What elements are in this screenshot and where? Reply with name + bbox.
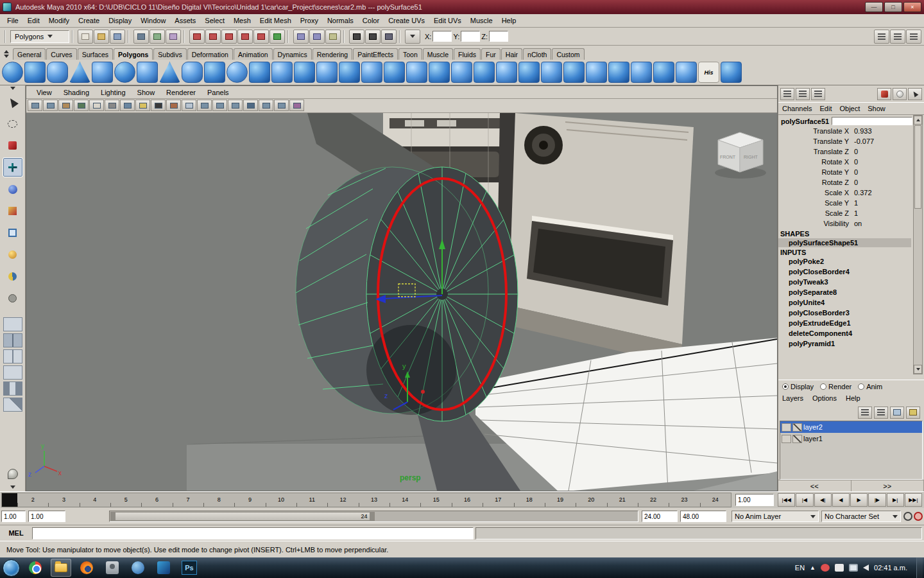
shelf-tab-surfaces[interactable]: Surfaces: [78, 48, 113, 60]
layer-name[interactable]: layer2: [803, 423, 823, 431]
poly-sphere-icon[interactable]: [2, 62, 23, 83]
mel-command-input[interactable]: [32, 527, 474, 539]
step-back-frame-button[interactable]: |◀: [796, 493, 813, 507]
snap-point-icon[interactable]: [221, 30, 237, 44]
anim-radio[interactable]: Anim: [858, 383, 882, 390]
mirror-geometry-icon[interactable]: [518, 62, 540, 83]
input-node-item[interactable]: polyPoke2: [778, 257, 924, 267]
hammer-icon[interactable]: [877, 88, 891, 100]
options-menu[interactable]: Options: [812, 394, 837, 402]
toggle-attribute-editor-icon[interactable]: [874, 30, 889, 44]
menu-assets[interactable]: Assets: [170, 15, 200, 26]
shelf-tab-fur[interactable]: Fur: [481, 48, 501, 60]
shelf-tab-painteffects[interactable]: PaintEffects: [353, 48, 398, 60]
file-new-icon[interactable]: [78, 30, 93, 44]
render-settings-icon[interactable]: [381, 30, 397, 44]
wireframe-icon[interactable]: [89, 100, 104, 111]
cb-menu-channels[interactable]: Channels: [782, 105, 812, 112]
grid-icon[interactable]: [197, 100, 212, 111]
set-key-icon[interactable]: [903, 512, 912, 521]
frame-tick[interactable]: 15: [420, 493, 451, 507]
input-node-item[interactable]: polySeparate8: [778, 288, 924, 298]
poly-pipe-icon[interactable]: [182, 62, 203, 83]
shelf-tab-general[interactable]: General: [13, 48, 46, 60]
group-separator[interactable]: [4, 30, 8, 43]
shelf-tab-rendering[interactable]: Rendering: [312, 48, 352, 60]
taskbar-chrome-icon[interactable]: [25, 559, 46, 577]
poly-cone-icon[interactable]: [69, 62, 90, 83]
combine-icon[interactable]: [271, 62, 293, 83]
booleans-union-icon[interactable]: [339, 62, 360, 83]
step-forward-key-button[interactable]: |▶: [868, 493, 886, 507]
current-frame-marker[interactable]: [2, 493, 17, 507]
extrude-icon[interactable]: [541, 62, 562, 83]
shelf-tab-animation[interactable]: Animation: [234, 48, 273, 60]
render-radio[interactable]: Render: [820, 383, 851, 390]
show-manipulator-button[interactable]: [3, 267, 23, 286]
display-radio[interactable]: Display: [782, 383, 814, 390]
frame-ruler[interactable]: 2 3 4 5 6 7 8 9 10 11 12 13 14 15 16 17 …: [1, 493, 732, 507]
shelf-tab-fluids[interactable]: Fluids: [454, 48, 481, 60]
paint-select-tool-button[interactable]: [3, 136, 23, 155]
ipr-render-icon[interactable]: [365, 30, 381, 44]
layout-two-pane-stacked-button[interactable]: [3, 365, 22, 380]
frame-tick[interactable]: 16: [452, 493, 483, 507]
input-node-item[interactable]: polyPyramid1: [778, 339, 924, 349]
file-save-icon[interactable]: [110, 30, 125, 44]
frame-tick[interactable]: 5: [110, 493, 141, 507]
lighting-icon[interactable]: [135, 100, 150, 111]
go-to-end-button[interactable]: ▶▶|: [905, 493, 922, 507]
make-hole-icon[interactable]: [474, 62, 495, 83]
insert-edge-loop-icon[interactable]: [653, 62, 674, 83]
channel-speed-mode-icon[interactable]: [811, 88, 825, 100]
group-separator[interactable]: [287, 30, 291, 43]
taskbar-photoshop-icon[interactable]: Ps: [179, 559, 200, 577]
language-indicator[interactable]: EN: [795, 564, 805, 572]
menu-select[interactable]: Select: [200, 15, 229, 26]
append-polygon-icon[interactable]: [586, 62, 607, 83]
menu-create-uvs[interactable]: Create UVs: [384, 15, 429, 26]
poly-pyramid-icon[interactable]: [159, 62, 180, 83]
toolbox-scroll-down-icon[interactable]: [10, 486, 15, 489]
menu-display[interactable]: Display: [104, 15, 136, 26]
text-tool-icon[interactable]: [676, 62, 697, 83]
layout-three-pane-button[interactable]: [3, 381, 22, 396]
playback-start-field[interactable]: [28, 511, 65, 522]
film-gate-icon[interactable]: [212, 100, 227, 111]
frame-tick[interactable]: 13: [359, 493, 389, 507]
bridge-icon[interactable]: [563, 62, 585, 83]
viewport-canvas[interactable]: y z y x z persp FRONT RIGHT: [26, 113, 777, 491]
scale-tool-button[interactable]: [3, 201, 23, 221]
menu-mesh[interactable]: Mesh: [229, 15, 255, 26]
clock[interactable]: 02:41 a.m.: [874, 564, 907, 572]
select-camera-icon[interactable]: [28, 100, 42, 111]
group-separator[interactable]: [184, 30, 187, 43]
auto-keyframe-icon[interactable]: [914, 512, 923, 521]
input-node-item[interactable]: deleteComponent4: [778, 329, 924, 339]
select-object-icon[interactable]: [150, 30, 165, 44]
split-polygon-icon[interactable]: [631, 62, 652, 83]
layer-name[interactable]: layer1: [803, 435, 823, 442]
shadows-icon[interactable]: [151, 100, 166, 111]
last-tool-button[interactable]: [3, 288, 23, 308]
layer-row[interactable]: layer2: [780, 421, 922, 433]
layers-menu[interactable]: Layers: [782, 394, 803, 402]
select-hierarchy-icon[interactable]: [133, 30, 149, 44]
menu-edit-mesh[interactable]: Edit Mesh: [255, 15, 296, 26]
menu-edit[interactable]: Edit: [23, 15, 44, 26]
channel-value[interactable]: 1: [854, 198, 911, 208]
file-open-icon[interactable]: [94, 30, 109, 44]
animation-end-field[interactable]: [680, 511, 726, 522]
current-time-field[interactable]: [735, 494, 774, 506]
selection-mode-dropdown[interactable]: Polygons: [10, 30, 69, 43]
shelf-tab-custom[interactable]: Custom: [552, 48, 584, 60]
frame-tick[interactable]: 9: [234, 493, 265, 507]
menu-normals[interactable]: Normals: [323, 15, 358, 26]
range-slider-track[interactable]: 24: [109, 511, 638, 522]
smooth-icon[interactable]: [361, 62, 382, 83]
group-separator[interactable]: [343, 30, 346, 43]
view-cube[interactable]: FRONT RIGHT: [715, 132, 766, 179]
pointer-manip-icon[interactable]: [908, 88, 922, 100]
taskbar-blue-app-icon[interactable]: [128, 559, 148, 577]
extract-icon[interactable]: [316, 62, 338, 83]
